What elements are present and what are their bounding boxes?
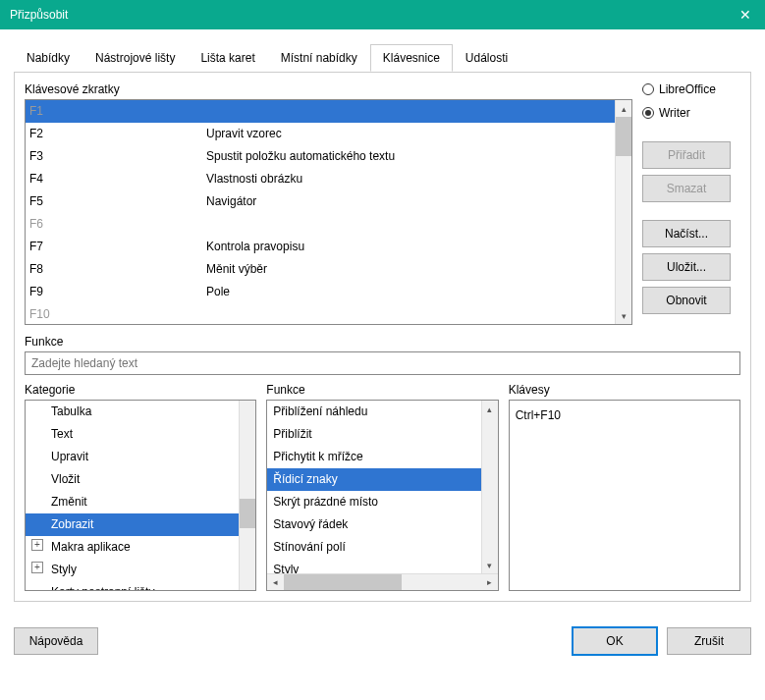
scroll-left-icon[interactable]: ◂ (267, 574, 284, 590)
tab-toolbars[interactable]: Nástrojové lišty (82, 44, 188, 72)
scroll-right-icon[interactable]: ▸ (481, 574, 498, 590)
window-title: Přizpůsobit (10, 0, 68, 29)
shortcut-key: F3 (29, 145, 206, 168)
list-item[interactable]: Zobrazit (26, 513, 239, 536)
radio-icon (642, 107, 654, 119)
function-listbox[interactable]: Přiblížení náhledu Přiblížit Přichytit k… (266, 400, 498, 591)
radio-label: Writer (659, 106, 690, 120)
tab-panel-keyboard: Klávesové zkratky F1 F2 Upravit vzorec F… (14, 72, 751, 602)
list-item[interactable]: Přichytit k mřížce (267, 446, 480, 468)
scroll-thumb[interactable] (284, 574, 402, 590)
shortcut-func: Vlastnosti obrázku (206, 168, 611, 190)
scrollbar-vertical[interactable] (239, 401, 255, 590)
list-item[interactable]: Přiblížení náhledu (267, 401, 480, 423)
shortcut-key: F5 (29, 190, 206, 213)
shortcut-row[interactable]: F2 Upravit vzorec (26, 123, 615, 145)
expand-icon[interactable]: + (31, 562, 43, 573)
list-item[interactable]: Skrýt prázdné místo (267, 491, 480, 513)
shortcut-key: F1 (29, 100, 206, 123)
shortcut-key: F2 (29, 123, 206, 145)
shortcut-func (206, 100, 611, 123)
list-item[interactable]: Stínování polí (267, 536, 480, 559)
radio-writer[interactable]: Writer (642, 106, 740, 120)
list-item[interactable]: Karty postranní lišty (26, 581, 239, 590)
shortcut-row[interactable]: F5 Navigátor (26, 190, 615, 213)
shortcut-listbox[interactable]: F1 F2 Upravit vzorec F3 Spustit položku … (25, 99, 632, 325)
shortcut-func: Upravit vzorec (206, 123, 611, 145)
save-button[interactable]: Uložit... (642, 253, 731, 281)
tab-events[interactable]: Události (453, 44, 520, 72)
dialog-footer: Nápověda OK Zrušit (0, 616, 765, 667)
shortcut-row[interactable]: F9 Pole (26, 281, 615, 303)
shortcut-key: F8 (29, 258, 206, 281)
dialog-content: Nabídky Nástrojové lišty Lišta karet Mís… (0, 29, 765, 616)
tab-context-menus[interactable]: Místní nabídky (268, 44, 370, 72)
scroll-down-icon[interactable]: ▾ (482, 557, 498, 573)
load-button[interactable]: Načíst... (642, 220, 731, 247)
shortcut-row[interactable]: F4 Vlastnosti obrázku (26, 168, 615, 190)
tab-notebookbar[interactable]: Lišta karet (188, 44, 267, 72)
list-item[interactable]: Vložit (26, 468, 239, 491)
shortcut-func: Navigátor (206, 190, 611, 213)
scroll-down-icon[interactable]: ▾ (616, 307, 631, 324)
category-label: Kategorie (25, 383, 256, 397)
list-item[interactable]: Stavový řádek (267, 513, 480, 536)
shortcut-key: F9 (29, 281, 206, 303)
category-listbox[interactable]: Tabulka Text Upravit Vložit Změnit Zobra… (25, 400, 256, 591)
delete-button[interactable]: Smazat (642, 175, 731, 202)
keys-label: Klávesy (509, 383, 740, 397)
tab-menus[interactable]: Nabídky (14, 44, 82, 72)
cancel-button[interactable]: Zrušit (667, 627, 751, 655)
assign-button[interactable]: Přiřadit (642, 141, 731, 169)
shortcut-func (206, 303, 611, 324)
shortcut-func: Kontrola pravopisu (206, 236, 611, 258)
shortcut-key: F10 (29, 303, 206, 324)
keys-listbox[interactable]: Ctrl+F10 (509, 400, 740, 591)
scrollbar-vertical[interactable]: ▴ ▾ (615, 100, 631, 324)
search-input[interactable] (25, 351, 740, 375)
shortcut-func: Měnit výběr (206, 258, 611, 281)
expand-icon[interactable]: + (31, 539, 43, 551)
tab-keyboard[interactable]: Klávesnice (370, 44, 453, 72)
shortcut-row[interactable]: F10 (26, 303, 615, 324)
function-label: Funkce (266, 383, 498, 397)
scroll-thumb[interactable] (240, 499, 255, 528)
list-item[interactable]: Text (26, 423, 239, 446)
shortcut-key: F7 (29, 236, 206, 258)
list-item[interactable]: Řídicí znaky (267, 468, 480, 491)
shortcut-key: F6 (29, 213, 206, 236)
shortcuts-label: Klávesové zkratky (25, 82, 632, 96)
ok-button[interactable]: OK (573, 627, 657, 655)
scrollbar-vertical[interactable]: ▴ ▾ (481, 401, 498, 573)
shortcut-func: Spustit položku automatického textu (206, 145, 611, 168)
shortcut-row[interactable]: F6 (26, 213, 615, 236)
radio-icon (642, 83, 654, 95)
list-item[interactable]: +Styly (26, 559, 239, 581)
tabstrip: Nabídky Nástrojové lišty Lišta karet Mís… (14, 44, 751, 73)
radio-libreoffice[interactable]: LibreOffice (642, 82, 740, 96)
scroll-up-icon[interactable]: ▴ (616, 100, 631, 117)
functions-label: Funkce (25, 335, 740, 349)
shortcut-row[interactable]: F7 Kontrola pravopisu (26, 236, 615, 258)
shortcut-func (206, 213, 611, 236)
radio-label: LibreOffice (659, 82, 716, 96)
list-item[interactable]: +Makra aplikace (26, 536, 239, 559)
shortcut-row[interactable]: F8 Měnit výběr (26, 258, 615, 281)
scrollbar-horizontal[interactable]: ◂ ▸ (267, 573, 497, 590)
scroll-up-icon[interactable]: ▴ (482, 401, 498, 417)
titlebar: Přizpůsobit ✕ (0, 0, 765, 29)
list-item[interactable]: Přiblížit (267, 423, 480, 446)
list-item[interactable]: Tabulka (26, 401, 239, 423)
list-item[interactable]: Změnit (26, 491, 239, 513)
scroll-thumb[interactable] (616, 117, 631, 156)
help-button[interactable]: Nápověda (14, 627, 98, 655)
shortcut-func: Pole (206, 281, 611, 303)
close-icon[interactable]: ✕ (736, 0, 755, 29)
reset-button[interactable]: Obnovit (642, 287, 731, 314)
list-item[interactable]: Styly (267, 559, 480, 573)
shortcut-key: F4 (29, 168, 206, 190)
list-item[interactable]: Upravit (26, 446, 239, 468)
shortcut-row[interactable]: F1 (26, 100, 615, 123)
list-item[interactable]: Ctrl+F10 (516, 404, 734, 427)
shortcut-row[interactable]: F3 Spustit položku automatického textu (26, 145, 615, 168)
